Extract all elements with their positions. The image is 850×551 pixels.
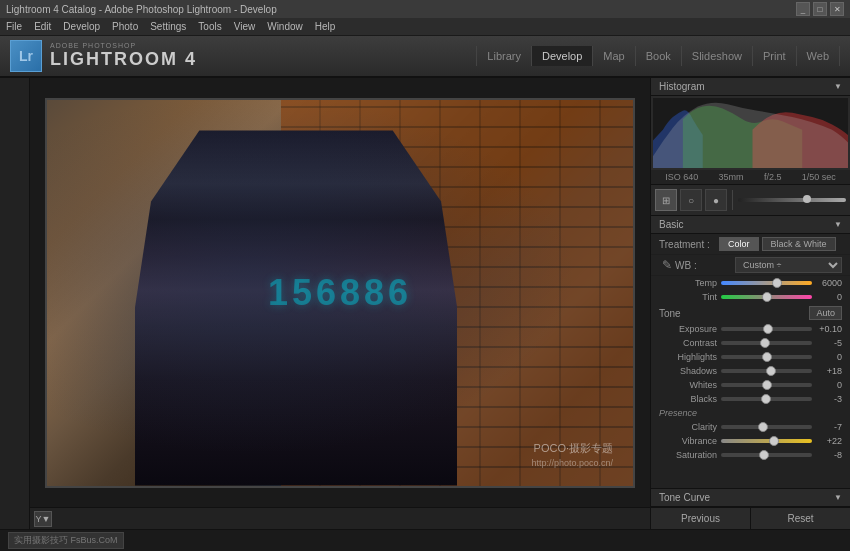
shadows-label: Shadows xyxy=(659,366,721,376)
auto-button[interactable]: Auto xyxy=(809,306,842,320)
whites-label: Whites xyxy=(659,380,721,390)
left-panel xyxy=(0,78,30,529)
filmstrip: Y▼ xyxy=(30,507,650,529)
histogram-header: Histogram ▼ xyxy=(651,78,850,96)
shadows-track[interactable] xyxy=(721,369,812,373)
redeye-tool[interactable]: ● xyxy=(705,189,727,211)
tint-slider-row: Tint 0 xyxy=(651,290,850,304)
menu-edit[interactable]: Edit xyxy=(34,21,51,32)
menu-settings[interactable]: Settings xyxy=(150,21,186,32)
tab-map[interactable]: Map xyxy=(593,46,635,66)
tab-print[interactable]: Print xyxy=(753,46,797,66)
previous-button[interactable]: Previous xyxy=(651,508,751,529)
highlights-slider-row: Highlights 0 xyxy=(651,350,850,364)
mini-slider[interactable] xyxy=(738,198,846,202)
tone-curve-header[interactable]: Tone Curve ▼ xyxy=(651,489,850,507)
maximize-button[interactable]: □ xyxy=(813,2,827,16)
crop-tool[interactable]: ⊞ xyxy=(655,189,677,211)
tab-library[interactable]: Library xyxy=(476,46,532,66)
close-button[interactable]: ✕ xyxy=(830,2,844,16)
menu-develop[interactable]: Develop xyxy=(63,21,100,32)
filmstrip-view-btn[interactable]: Y▼ xyxy=(34,511,52,527)
tint-track[interactable] xyxy=(721,295,812,299)
tone-curve-arrow-icon: ▼ xyxy=(834,493,842,502)
tab-develop[interactable]: Develop xyxy=(532,46,593,66)
wb-select[interactable]: Custom ÷ As Shot Daylight Cloudy xyxy=(735,257,842,273)
focal-length: 35mm xyxy=(719,172,744,182)
bottom-bar: 实用摄影技巧 FsBus.CoM xyxy=(0,529,850,551)
menu-window[interactable]: Window xyxy=(267,21,303,32)
basic-section: Basic ▼ Treatment : Color Black & White … xyxy=(651,216,850,488)
clarity-value: -7 xyxy=(812,422,842,432)
whites-slider-row: Whites 0 xyxy=(651,378,850,392)
saturation-value: -8 xyxy=(812,450,842,460)
window-controls[interactable]: _ □ ✕ xyxy=(796,2,844,16)
tone-label: Tone xyxy=(659,308,681,319)
treatment-label: Treatment : xyxy=(659,239,719,250)
vibrance-value: +22 xyxy=(812,436,842,446)
title-bar: Lightroom 4 Catalog - Adobe Photoshop Li… xyxy=(0,0,850,18)
iso-value: ISO 640 xyxy=(665,172,698,182)
blacks-track[interactable] xyxy=(721,397,812,401)
temp-slider-row: Temp 6000 xyxy=(651,276,850,290)
reset-button[interactable]: Reset xyxy=(751,508,850,529)
contrast-value: -5 xyxy=(812,338,842,348)
photo-area[interactable]: 156886 POCO·摄影专题 http://photo.poco.cn/ xyxy=(30,78,650,507)
shutter-speed: 1/50 sec xyxy=(802,172,836,182)
histogram-canvas xyxy=(653,98,848,168)
saturation-slider-row: Saturation -8 xyxy=(651,448,850,462)
highlights-label: Highlights xyxy=(659,352,721,362)
treatment-row: Treatment : Color Black & White xyxy=(651,234,850,255)
highlights-thumb xyxy=(762,352,772,362)
saturation-label: Saturation xyxy=(659,450,721,460)
menu-help[interactable]: Help xyxy=(315,21,336,32)
filmstrip-controls[interactable]: Y▼ xyxy=(34,511,52,527)
histogram-arrow-icon[interactable]: ▼ xyxy=(834,82,842,91)
menu-file[interactable]: File xyxy=(6,21,22,32)
whites-track[interactable] xyxy=(721,383,812,387)
presence-label: Presence xyxy=(651,406,850,420)
saturation-track[interactable] xyxy=(721,453,812,457)
histogram-section: Histogram ▼ ISO 640 35mm f/2.5 xyxy=(651,78,850,185)
spot-removal-tool[interactable]: ○ xyxy=(680,189,702,211)
menu-view[interactable]: View xyxy=(234,21,256,32)
wb-row: ✎ WB : Custom ÷ As Shot Daylight Cloudy xyxy=(651,255,850,276)
bottom-buttons: Previous Reset xyxy=(651,507,850,529)
temp-value: 6000 xyxy=(812,278,842,288)
treatment-buttons: Color Black & White xyxy=(719,237,836,251)
photo-container: 156886 POCO·摄影专题 http://photo.poco.cn/ xyxy=(45,98,635,488)
basic-header[interactable]: Basic ▼ xyxy=(651,216,850,234)
clarity-label: Clarity xyxy=(659,422,721,432)
temp-track[interactable] xyxy=(721,281,812,285)
logo-main: LIGHTROOM 4 xyxy=(50,49,197,70)
clarity-slider-row: Clarity -7 xyxy=(651,420,850,434)
watermark-bottom: 实用摄影技巧 FsBus.CoM xyxy=(8,532,124,549)
exposure-track[interactable] xyxy=(721,327,812,331)
tools-section: ⊞ ○ ● xyxy=(651,185,850,216)
tab-web[interactable]: Web xyxy=(797,46,840,66)
menu-tools[interactable]: Tools xyxy=(198,21,221,32)
tab-slideshow[interactable]: Slideshow xyxy=(682,46,753,66)
contrast-thumb xyxy=(760,338,770,348)
eyedropper-btn[interactable]: ✎ xyxy=(659,258,675,272)
aperture: f/2.5 xyxy=(764,172,782,182)
tone-curve-section: Tone Curve ▼ xyxy=(651,488,850,507)
contrast-track[interactable] xyxy=(721,341,812,345)
minimize-button[interactable]: _ xyxy=(796,2,810,16)
blacks-value: -3 xyxy=(812,394,842,404)
vibrance-track[interactable] xyxy=(721,439,812,443)
treatment-bw-btn[interactable]: Black & White xyxy=(762,237,836,251)
shadows-slider-row: Shadows +18 xyxy=(651,364,850,378)
tone-header-row: Tone Auto xyxy=(651,304,850,322)
wb-label: WB : xyxy=(675,260,735,271)
clarity-track[interactable] xyxy=(721,425,812,429)
center-area: 156886 POCO·摄影专题 http://photo.poco.cn/ Y… xyxy=(30,78,650,529)
tool-slider-area xyxy=(738,198,846,202)
highlights-track[interactable] xyxy=(721,355,812,359)
tint-label: Tint xyxy=(659,292,721,302)
menu-photo[interactable]: Photo xyxy=(112,21,138,32)
tab-book[interactable]: Book xyxy=(636,46,682,66)
exposure-thumb xyxy=(763,324,773,334)
treatment-color-btn[interactable]: Color xyxy=(719,237,759,251)
vibrance-thumb xyxy=(769,436,779,446)
